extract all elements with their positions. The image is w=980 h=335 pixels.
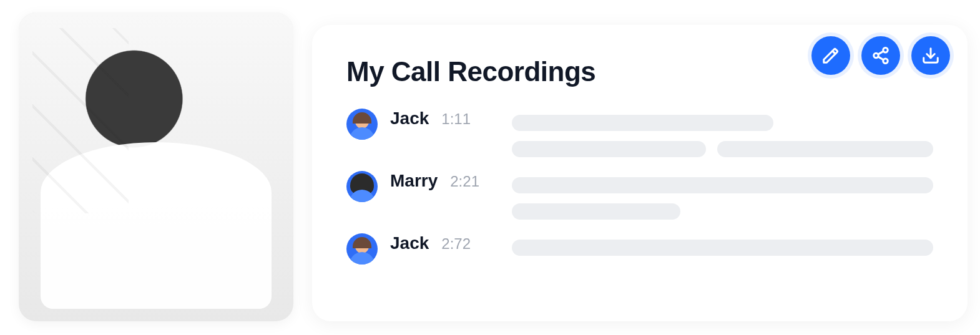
pencil-icon <box>821 46 840 65</box>
recording-header: Jack 1:11 <box>390 109 499 129</box>
recording-name: Jack <box>390 233 429 253</box>
recording-row[interactable]: Jack 1:11 <box>346 109 933 157</box>
share-icon <box>871 46 890 65</box>
transcript-placeholder <box>512 171 933 220</box>
recording-name: Marry <box>390 171 438 191</box>
recording-name: Jack <box>390 109 429 129</box>
recording-row[interactable]: Marry 2:21 <box>346 171 933 220</box>
edit-button[interactable] <box>811 36 850 75</box>
svg-line-4 <box>878 51 884 54</box>
avatar <box>346 233 378 265</box>
action-row <box>811 36 950 75</box>
app-container: My Call Recordings Jack 1:11 Marry 2:21 <box>0 0 980 335</box>
recordings-panel: My Call Recordings Jack 1:11 Marry 2:21 <box>312 25 968 321</box>
recording-time: 2:72 <box>441 235 471 253</box>
transcript-placeholder <box>512 233 933 256</box>
download-button[interactable] <box>911 36 950 75</box>
recording-time: 1:11 <box>441 110 471 128</box>
svg-line-3 <box>878 57 884 60</box>
avatar <box>346 109 378 140</box>
avatar <box>346 171 378 202</box>
download-icon <box>921 46 940 65</box>
recording-row[interactable]: Jack 2:72 <box>346 233 933 265</box>
photo-placeholder <box>19 12 293 321</box>
recording-header: Jack 2:72 <box>390 233 499 253</box>
recording-time: 2:21 <box>450 173 479 190</box>
contact-photo <box>19 12 293 321</box>
share-button[interactable] <box>861 36 900 75</box>
transcript-placeholder <box>512 109 933 157</box>
recording-header: Marry 2:21 <box>390 171 499 191</box>
